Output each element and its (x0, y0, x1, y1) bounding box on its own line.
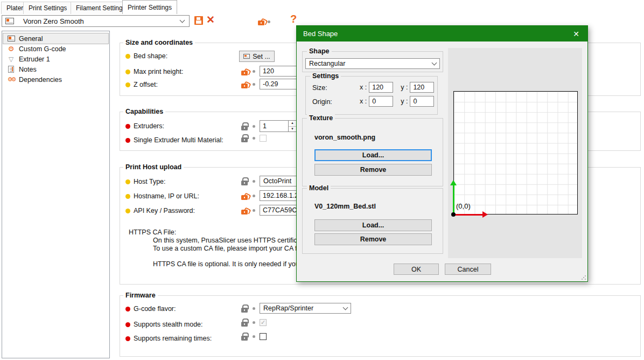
origin-y-input[interactable] (410, 96, 434, 107)
sidebar-item-notes[interactable]: Notes (3, 64, 108, 74)
printer-preset-combobox[interactable]: Voron Zero Smooth (2, 15, 190, 27)
dialog-titlebar[interactable]: Bed Shape ✕ (297, 26, 587, 41)
tab-print-settings[interactable]: Print Settings (23, 2, 72, 14)
origin-x-input[interactable] (369, 96, 393, 107)
option-row-max-print-height: Max print height: (125, 66, 183, 78)
modified-dot-icon (253, 125, 255, 128)
spinner-arrows[interactable]: ▲▼ (288, 121, 296, 131)
sidebar-item-label: General (19, 35, 43, 43)
extruders-value: 1 (260, 121, 288, 131)
z-offset-input[interactable] (260, 79, 298, 89)
model-remove-button[interactable]: Remove (314, 233, 432, 245)
https-ca-file-title: HTTPS CA File: (129, 229, 176, 237)
mode-bullet-icon (125, 82, 130, 87)
modified-dot-icon (253, 209, 255, 212)
option-row-semm: Single Extruder Multi Material: (125, 134, 223, 146)
delete-preset-button[interactable]: ✕ (206, 14, 215, 26)
z-offset-controls (241, 79, 298, 89)
bed-outline (453, 91, 578, 214)
close-icon[interactable]: ✕ (565, 26, 587, 41)
origin-xy-fields: x : y : (360, 96, 434, 107)
lock-icon[interactable] (241, 137, 248, 142)
mode-bullet-icon (125, 138, 130, 143)
button-label: Remove (360, 166, 387, 174)
size-y-input[interactable] (410, 82, 434, 93)
bed-preview-canvas[interactable]: (0,0) (448, 48, 582, 258)
unlock-icon[interactable] (241, 84, 248, 88)
cancel-button[interactable]: Cancel (445, 264, 491, 275)
unlock-icon[interactable] (241, 210, 248, 214)
option-label: G-code flavor: (134, 305, 176, 313)
model-filename: V0_120mm_Bed.stl (314, 203, 376, 210)
sidebar-item-extruder-1[interactable]: ▽ Extruder 1 (3, 54, 108, 64)
group-title: Settings (310, 72, 341, 80)
semm-checkbox[interactable] (260, 135, 267, 142)
option-row-extruders: Extruders: (125, 120, 164, 132)
group-title: Shape (307, 47, 332, 55)
resize-grip[interactable] (581, 275, 586, 280)
shape-combobox[interactable]: Rectangular (305, 58, 440, 69)
settings-category-tree: General ⚙ Custom G-code ▽ Extruder 1 Not… (2, 31, 110, 358)
remaining-times-checkbox[interactable] (260, 333, 267, 340)
tab-label: Filament Settings (76, 4, 126, 12)
lock-icon[interactable] (241, 181, 248, 185)
option-label: Supports stealth mode: (134, 321, 203, 328)
printer-icon (6, 36, 16, 41)
bed-shape-dialog: Bed Shape ✕ Shape Rectangular Settings S… (296, 25, 588, 282)
sidebar-item-general[interactable]: General (3, 33, 108, 44)
tab-printer-settings[interactable]: Printer Settings (122, 0, 177, 14)
chevron-down-icon (432, 60, 437, 65)
option-label: Host Type: (134, 178, 166, 185)
chevron-down-icon (180, 17, 185, 23)
ok-button[interactable]: OK (394, 264, 439, 275)
lock-icon[interactable] (241, 336, 248, 341)
texture-remove-button[interactable]: Remove (314, 164, 432, 176)
extruders-spinner[interactable]: 1 ▲▼ (260, 120, 297, 132)
unlock-icon[interactable] (258, 20, 264, 25)
unlock-icon[interactable] (241, 71, 248, 75)
mode-bullet-icon (125, 70, 130, 74)
settings-tab-bar: Plater Print Settings Filament Settings … (0, 0, 644, 14)
option-row-z-offset: Z offset: (125, 79, 158, 91)
tab-label: Print Settings (29, 4, 67, 12)
option-row-hostname: Hostname, IP or URL: (125, 190, 199, 202)
size-x-input[interactable] (369, 82, 393, 93)
mode-bullet-icon (125, 124, 130, 129)
lock-icon[interactable] (241, 308, 248, 313)
stealth-mode-checkbox[interactable]: ✓ (260, 319, 267, 326)
sidebar-item-dependencies[interactable]: ⚙⚙ Dependencies (3, 74, 108, 85)
spin-up-icon[interactable]: ▲ (289, 121, 296, 127)
save-preset-button[interactable] (194, 16, 203, 25)
lock-icon[interactable] (241, 126, 248, 130)
extruders-controls: 1 ▲▼ (241, 120, 297, 132)
help-icon[interactable]: ? (290, 13, 297, 25)
lock-icon[interactable] (241, 322, 248, 327)
size-label: Size: (312, 84, 327, 92)
unlock-icon[interactable] (241, 195, 248, 200)
modified-dot-icon (253, 137, 255, 140)
mode-bullet-icon (125, 209, 130, 213)
model-load-button[interactable]: Load... (314, 219, 432, 231)
x-label: x : (360, 84, 367, 91)
sidebar-item-label: Custom G-code (19, 45, 66, 53)
option-label: Single Extruder Multi Material: (134, 136, 223, 144)
sidebar-item-custom-gcode[interactable]: ⚙ Custom G-code (3, 44, 108, 54)
shape-value: Rectangular (309, 60, 345, 67)
button-label: Load... (362, 221, 384, 229)
gcode-flavor-combobox[interactable]: RepRap/Sprinter (260, 303, 351, 314)
max-print-height-controls (241, 66, 298, 77)
sidebar-item-label: Notes (19, 66, 37, 73)
dependencies-icon: ⚙⚙ (6, 76, 16, 83)
tab-label: Plater (6, 4, 23, 12)
bed-shape-set-button[interactable]: Set ... (239, 51, 275, 62)
texture-load-button[interactable]: Load... (314, 149, 432, 161)
spin-down-icon[interactable]: ▼ (289, 127, 296, 132)
option-label: Supports remaining times: (134, 335, 212, 342)
extruder-icon: ▽ (6, 56, 16, 63)
option-row-bed-shape: Bed shape: (125, 50, 167, 62)
group-firmware: Firmware G-code flavor: RepRap/Sprinter … (120, 295, 641, 357)
mode-bullet-icon (125, 307, 130, 311)
preset-name: Voron Zero Smooth (23, 17, 84, 25)
button-label: Remove (360, 236, 387, 243)
max-print-height-input[interactable] (260, 66, 298, 77)
